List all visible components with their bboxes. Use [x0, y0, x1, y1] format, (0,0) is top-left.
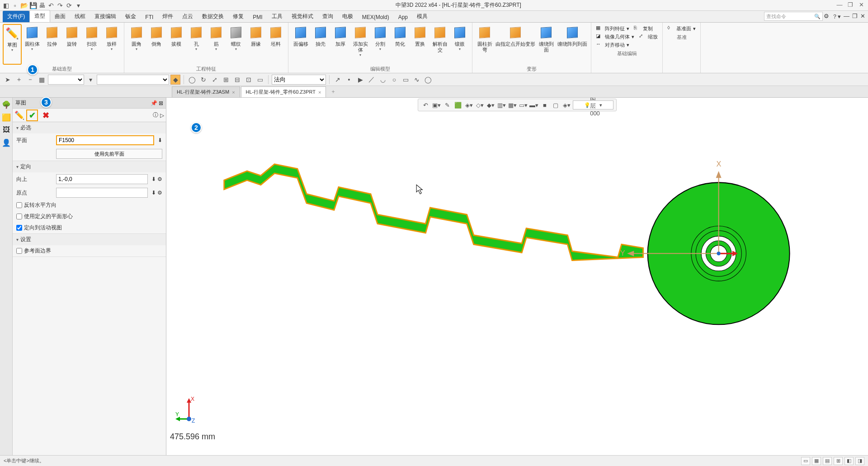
cyl-bend-button[interactable]: 圆柱折弯	[475, 24, 494, 65]
new-tab-button[interactable]: ＋	[327, 86, 340, 97]
panel-expand-icon[interactable]: ▷	[160, 112, 164, 119]
qa-redo-icon[interactable]: ↷	[56, 1, 64, 10]
datum-plane-button[interactable]: ◊基准面 ▾	[667, 25, 696, 32]
minimize-button[interactable]: —	[835, 1, 844, 10]
status-icon-6[interactable]: ◨	[855, 457, 864, 465]
filter-combo-2[interactable]	[97, 75, 169, 85]
vt-box-icon[interactable]: ▣▾	[432, 100, 441, 109]
replace-button[interactable]: 置换	[410, 24, 429, 65]
tb-line-icon[interactable]: ／	[367, 75, 377, 85]
align-move-button[interactable]: ↔对齐移动 ▾	[596, 41, 658, 48]
win-restore-icon[interactable]: ❐	[852, 13, 858, 21]
tb-icon-4[interactable]: ⊞	[221, 75, 231, 85]
rail-part-icon[interactable]: 🟨	[1, 113, 11, 123]
sweep-button[interactable]: 扫掠▾	[82, 24, 101, 65]
tb-arrow-icon[interactable]: ↗	[333, 75, 343, 85]
vt-bg-icon[interactable]: ▢	[551, 100, 560, 109]
tab-wireframe[interactable]: 线框	[70, 11, 90, 22]
tb-icon-5[interactable]: ⊟	[232, 75, 242, 85]
split-button[interactable]: 分割▾	[371, 24, 390, 65]
blank-button[interactable]: 坯料	[266, 24, 285, 65]
tab-mold[interactable]: 模具	[412, 11, 432, 22]
rail-tree-icon[interactable]: 🌳	[1, 100, 11, 110]
qa-refresh-icon[interactable]: ⟳	[65, 1, 73, 10]
viewport[interactable]: ↶ ▣▾ ✎ 🟩 ◈▾ ◇▾ ◆▾ ▥▾ ▦▾ ▭▾ ▬▾ ■ ▢ ◈▾ 💡 图…	[166, 98, 868, 455]
rib-button[interactable]: 筋▾	[207, 24, 226, 65]
panel-close-icon[interactable]: ⊠	[159, 100, 163, 106]
panel-info-icon[interactable]: ⓘ	[153, 111, 158, 119]
vt-undo-icon[interactable]: ↶	[421, 100, 430, 109]
vt-grid-icon[interactable]: ▦▾	[508, 100, 517, 109]
revolve-button[interactable]: 旋转	[62, 24, 81, 65]
tab-pointcloud[interactable]: 点云	[178, 11, 198, 22]
status-icon-1[interactable]: ▭	[801, 457, 810, 465]
qa-more-icon[interactable]: ▾	[74, 1, 82, 10]
tb-point-icon[interactable]: •	[344, 75, 354, 85]
cancel-button[interactable]: ✖	[40, 109, 52, 121]
tb-icon-2[interactable]: ↻	[198, 75, 208, 85]
status-icon-5[interactable]: ◧	[844, 457, 854, 465]
tab-weld[interactable]: 焊件	[158, 11, 178, 22]
chk-orient-view[interactable]: 定向到活动视图	[16, 224, 62, 232]
status-icon-3[interactable]: ▤	[823, 457, 832, 465]
loft-button[interactable]: 放样▾	[102, 24, 121, 65]
tab-sheetmetal[interactable]: 钣金	[121, 11, 141, 22]
tab-app[interactable]: App	[394, 12, 412, 22]
close-tab-icon[interactable]: ×	[232, 90, 235, 95]
box-select-icon[interactable]: ▦	[37, 75, 47, 85]
tb-ellipse-icon[interactable]: ◯	[423, 75, 433, 85]
vt-color-icon[interactable]: ▬▾	[529, 100, 538, 109]
pattern-feature-button[interactable]: ▦阵列特征 ▾ ⎘复制	[596, 25, 658, 32]
inlay-button[interactable]: 镶嵌▾	[450, 24, 469, 65]
close-tab-icon[interactable]: ×	[318, 90, 321, 95]
wrap-to-face-button[interactable]: 缠绕到面	[537, 24, 556, 65]
tab-query[interactable]: 查询	[318, 11, 338, 22]
tab-dataexchange[interactable]: 数据交换	[198, 11, 228, 22]
help-icon[interactable]: ？▾	[832, 13, 841, 21]
shell-button[interactable]: 抽壳	[311, 24, 330, 65]
qa-new-icon[interactable]: ▫	[11, 1, 19, 10]
vt-iso-icon[interactable]: ◈▾	[464, 100, 473, 109]
tab-repair[interactable]: 修复	[228, 11, 248, 22]
vt-mat-icon[interactable]: ■	[540, 100, 549, 109]
qa-undo-icon[interactable]: ↶	[47, 1, 55, 10]
win-min-icon[interactable]: —	[844, 13, 849, 21]
close-button[interactable]: ✕	[856, 1, 866, 10]
tab-tools[interactable]: 工具	[267, 11, 287, 22]
maximize-button[interactable]: ❐	[845, 1, 855, 10]
highlight-toggle-icon[interactable]: ◆	[170, 75, 180, 85]
vt-solid-icon[interactable]: 🟩	[453, 100, 462, 109]
tab-direct-edit[interactable]: 直接编辑	[90, 11, 121, 22]
tab-pmi[interactable]: PMI	[248, 12, 267, 22]
wrap-pattern-button[interactable]: 缠绕阵列到面	[557, 24, 588, 65]
direction-combo[interactable]: 法向	[272, 75, 326, 85]
vt-layer-icon[interactable]: ◈▾	[562, 100, 571, 109]
mirror-geom-button[interactable]: ◪镜像几何体 ▾ ⤢缩放	[596, 33, 658, 40]
tab-file[interactable]: 文件(F)	[3, 11, 29, 22]
section-required[interactable]: 必选	[13, 122, 166, 133]
tb-icon-3[interactable]: ⤢	[210, 75, 220, 85]
rail-image-icon[interactable]: 🖼	[1, 126, 11, 136]
self-intersect-button[interactable]: 解析自交	[430, 24, 449, 65]
vt-plane-icon[interactable]: ▭▾	[519, 100, 528, 109]
thread-button[interactable]: 螺纹▾	[226, 24, 245, 65]
up-input[interactable]	[56, 174, 148, 184]
draft-button[interactable]: 拔模	[167, 24, 186, 65]
qa-save-icon[interactable]: 💾	[29, 1, 37, 10]
vt-wire-icon[interactable]: ◇▾	[475, 100, 484, 109]
qa-open-icon[interactable]: 📂	[20, 1, 28, 10]
vt-wand-icon[interactable]: ✎	[443, 100, 452, 109]
sketch-button[interactable]: ✏️草图▾	[3, 24, 22, 65]
origin-picker-icon[interactable]: ⬇ ⚙	[151, 190, 162, 196]
section-orient[interactable]: 定向	[13, 161, 166, 172]
tab-electrode[interactable]: 电极	[338, 11, 358, 22]
vt-shade-icon[interactable]: ◆▾	[486, 100, 495, 109]
fillet-button[interactable]: 圆角▾	[127, 24, 146, 65]
section-settings[interactable]: 设置	[13, 234, 166, 245]
tb-icon-6[interactable]: ⊡	[244, 75, 254, 85]
filter-icon[interactable]: ▾	[85, 75, 95, 85]
doc-tab-asm[interactable]: HL-行星架-铸件.Z3ASM×	[172, 86, 240, 97]
vt-section-icon[interactable]: ▥▾	[497, 100, 506, 109]
add-solid-button[interactable]: 添加实体▾	[351, 24, 370, 65]
panel-pin-icon[interactable]: 📌	[151, 100, 157, 106]
